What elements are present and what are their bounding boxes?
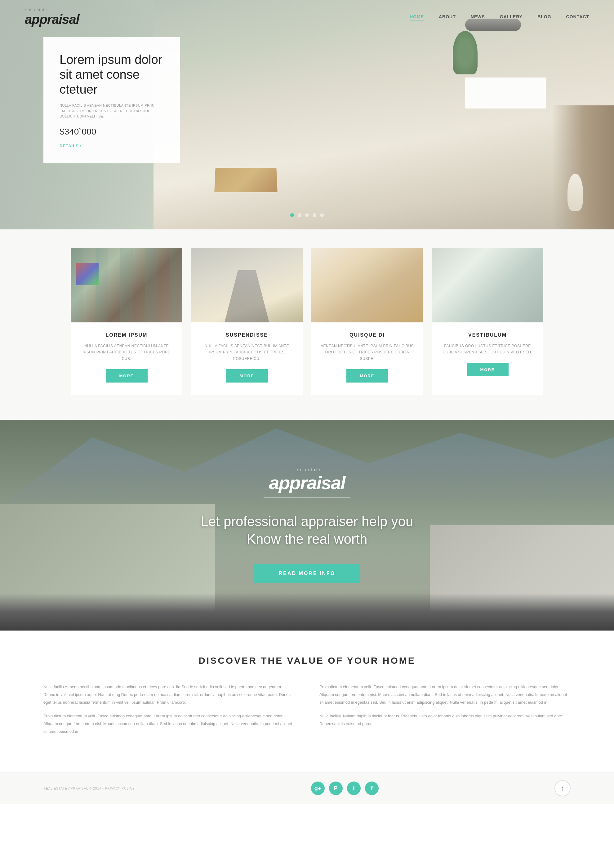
main-nav: HOME ABOUT NEWS GALLERY BLOG CONTACT — [409, 14, 589, 20]
scroll-top-icon: ↑ — [561, 785, 564, 792]
corridor — [225, 270, 269, 322]
banner-divider — [264, 497, 350, 498]
nav-about[interactable]: ABOUT — [439, 14, 456, 20]
hero-price: $340`000 — [59, 127, 164, 137]
property-more-btn-1[interactable]: MORE — [106, 369, 147, 383]
banner-ground — [0, 593, 614, 631]
nav-home[interactable]: HOME — [409, 14, 424, 20]
site-header: real estate appraisal HOME ABOUT NEWS GA… — [0, 0, 614, 34]
logo[interactable]: real estate appraisal — [25, 8, 79, 27]
property-image-3 — [311, 248, 423, 322]
property-desc-1: NULLA FACILIS AENEAN NECTIBULUM ANTE IPS… — [79, 343, 174, 362]
property-more-btn-3[interactable]: MORE — [346, 369, 388, 383]
banner-logo-small: real estate — [293, 467, 320, 472]
property-card-1: LOREM IPSUM NULLA FACILIS AENEAN NECTIBU… — [71, 248, 182, 395]
logo-small: real estate — [25, 8, 47, 12]
dot-1[interactable] — [290, 213, 294, 217]
property-title-4: VESTIBULUM — [440, 332, 535, 338]
property-card-2: SUSPENDISSE NULLA FACILIS AENEAN NECTIBU… — [191, 248, 303, 395]
property-desc-2: NULLA FACILIS AENEAN NECTIBULUM ANTE IPS… — [200, 343, 294, 362]
banner-section: real estate appraisal Let professional a… — [0, 420, 614, 631]
logo-big: appraisal — [25, 12, 79, 27]
property-title-1: LOREM IPSUM — [79, 332, 174, 338]
glass-overlay — [71, 248, 182, 322]
footer-copyright: REAL ESTATE APPRAISAL © 2014 • PRIVACY P… — [43, 787, 135, 790]
social-twitter-button[interactable]: t — [347, 781, 361, 795]
discover-col2-p1: Proin dictum elementum velit. Fusce euis… — [319, 683, 571, 706]
discover-col1-p2: Proin dictum elementum velit. Fusce euis… — [43, 712, 295, 735]
property-desc-3: AENEAN NECTIBULANTE IPSUM PRIN FAUCIBUS … — [320, 343, 414, 362]
banner-logo-big: appraisal — [269, 472, 345, 493]
dot-2[interactable] — [298, 213, 301, 217]
dot-3[interactable] — [305, 213, 309, 217]
property-image-1 — [71, 248, 182, 322]
property-content-3: QUISQUE DI AENEAN NECTIBULANTE IPSUM PRI… — [311, 322, 423, 395]
hero-title: Lorem ipsum dolor sit amet conse ctetuer — [59, 52, 164, 97]
hero-details-link[interactable]: DETAILS — [59, 144, 82, 148]
hero-subtitle: NULLA FACILIS AENEAN NECTIBULANTE IPSUM … — [59, 103, 164, 119]
property-title-3: QUISQUE DI — [320, 332, 414, 338]
dot-5[interactable] — [320, 213, 324, 217]
dot-4[interactable] — [313, 213, 316, 217]
property-content-2: SUSPENDISSE NULLA FACILIS AENEAN NECTIBU… — [191, 322, 303, 395]
discover-col2-p2: Nulla facilisi. Nullam dapibus tincidunt… — [319, 712, 571, 728]
property-more-btn-4[interactable]: MORE — [467, 363, 509, 376]
hero-stairs — [552, 105, 614, 229]
discover-section: DISCOVER THE VALUE OF YOUR HOME Nulla fa… — [0, 631, 614, 772]
nav-news[interactable]: NEWS — [471, 14, 485, 20]
hero-dining-table — [465, 78, 546, 108]
property-content-1: LOREM IPSUM NULLA FACILIS AENEAN NECTIBU… — [71, 322, 182, 395]
hero-plant — [453, 31, 478, 74]
nav-contact[interactable]: CONTACT — [566, 14, 589, 20]
discover-title: DISCOVER THE VALUE OF YOUR HOME — [43, 655, 571, 666]
property-title-2: SUSPENDISSE — [200, 332, 294, 338]
property-desc-4: FAUCIBUS ORO LUCTUS ET TRICE POSUERE CUB… — [440, 343, 535, 356]
property-card-4: VESTIBULUM FAUCIBUS ORO LUCTUS ET TRICE … — [432, 248, 543, 395]
property-image-2 — [191, 248, 303, 322]
read-more-button[interactable]: READ MORE INFO — [254, 564, 360, 583]
discover-columns: Nulla facilis Aenean nectibulante ipsum … — [43, 683, 571, 741]
hero-card: Lorem ipsum dolor sit amet conse ctetuer… — [43, 37, 180, 163]
nav-blog[interactable]: BLOG — [537, 14, 551, 20]
discover-col-2: Proin dictum elementum velit. Fusce euis… — [319, 683, 571, 741]
hero-section: Lorem ipsum dolor sit amet conse ctetuer… — [0, 0, 614, 229]
discover-col1-p1: Nulla facilis Aenean nectibulante ipsum … — [43, 683, 295, 706]
social-google-button[interactable]: g+ — [311, 781, 325, 795]
social-icons: g+ P t f — [311, 781, 378, 795]
discover-col-1: Nulla facilis Aenean nectibulante ipsum … — [43, 683, 295, 741]
site-footer: REAL ESTATE APPRAISAL © 2014 • PRIVACY P… — [0, 772, 614, 804]
property-image-4 — [432, 248, 543, 322]
property-more-btn-2[interactable]: MORE — [226, 369, 268, 383]
slider-dots — [290, 213, 324, 217]
social-facebook-button[interactable]: f — [365, 781, 378, 795]
social-pinterest-button[interactable]: P — [329, 781, 343, 795]
banner-tagline: Let professional appraiser help youKnow … — [201, 512, 413, 548]
property-content-4: VESTIBULUM FAUCIBUS ORO LUCTUS ET TRICE … — [432, 322, 543, 389]
hero-kitchen-island — [214, 168, 278, 192]
scroll-top-button[interactable]: ↑ — [555, 780, 571, 797]
artwork — [76, 263, 99, 285]
nav-gallery[interactable]: GALLERY — [500, 14, 523, 20]
properties-section: LOREM IPSUM NULLA FACILIS AENEAN NECTIBU… — [0, 229, 614, 420]
hero-vase — [567, 174, 583, 211]
property-card-3: QUISQUE DI AENEAN NECTIBULANTE IPSUM PRI… — [311, 248, 423, 395]
